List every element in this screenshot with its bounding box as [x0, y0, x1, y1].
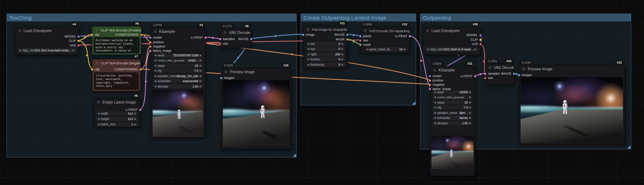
node-clip-text-encode-negative[interactable]: #7 CLIP Text Encode (Negative) clip COND…: [92, 59, 141, 91]
increment-arrow-icon[interactable]: ▶: [134, 117, 136, 121]
widget-width[interactable]: ◀width512▶: [96, 111, 138, 116]
link-dot[interactable]: [86, 54, 88, 56]
node-vae-decode-23[interactable]: 0.230s #23 VAE Decode samples vae IMAGE: [485, 64, 514, 85]
widget-control-after-generate[interactable]: ◀control_after_generaterando...▶: [153, 58, 203, 62]
increment-arrow-icon[interactable]: ▶: [200, 74, 201, 78]
increment-arrow-icon[interactable]: ▶: [342, 52, 343, 56]
output-port-image[interactable]: IMAGE: [334, 32, 346, 37]
port-dot[interactable]: [77, 44, 80, 47]
input-port-negative[interactable]: negative: [431, 82, 445, 87]
decrement-arrow-icon[interactable]: ◀: [434, 121, 436, 125]
decrement-arrow-icon[interactable]: ◀: [434, 90, 436, 94]
increment-arrow-icon[interactable]: ▶: [134, 111, 136, 116]
output-port-model[interactable]: MODEL: [466, 33, 479, 37]
collapse-dot[interactable]: [363, 29, 367, 32]
input-port-negative[interactable]: negative: [152, 44, 165, 49]
widget-denoise[interactable]: ◀denoise1.00▶: [432, 121, 473, 125]
collapse-dot[interactable]: [97, 100, 100, 104]
widget-scheduler[interactable]: ◀schedulerkarras▶: [432, 116, 473, 120]
port-dot[interactable]: [518, 74, 520, 76]
increment-arrow-icon[interactable]: ▶: [134, 122, 136, 126]
output-port-image[interactable]: IMAGE: [238, 37, 250, 41]
increment-arrow-icon[interactable]: ▶: [200, 64, 201, 68]
node-header[interactable]: Preview Image: [519, 65, 624, 72]
collapse-dot[interactable]: [95, 28, 98, 32]
widget-top[interactable]: ◀top0▶: [306, 47, 345, 51]
collapse-dot[interactable]: [18, 29, 21, 32]
link-dot[interactable]: [275, 35, 277, 37]
increment-arrow-icon[interactable]: ▶: [73, 48, 75, 52]
port-dot[interactable]: [219, 38, 221, 40]
widget-left[interactable]: ◀left0▶: [306, 42, 345, 46]
collapse-dot[interactable]: [153, 30, 157, 33]
input-port-samples[interactable]: samples: [486, 71, 500, 76]
increment-arrow-icon[interactable]: ▶: [469, 95, 471, 99]
input-port-image[interactable]: image: [305, 32, 315, 37]
decrement-arrow-icon[interactable]: ◀: [98, 122, 99, 126]
widget-seed[interactable]: ◀seed10006▶: [432, 90, 473, 94]
widget-grow-mask-by[interactable]: ◀grow_mask_by16▶: [365, 47, 408, 51]
input-port-model[interactable]: model: [431, 74, 441, 78]
widget-scheduler[interactable]: ◀schedulerexponential▶: [153, 79, 203, 83]
port-dot[interactable]: [513, 72, 515, 75]
collapse-dot[interactable]: [224, 70, 228, 74]
port-dot[interactable]: [429, 88, 431, 90]
decrement-arrow-icon[interactable]: ◀: [307, 52, 309, 56]
output-port-conditioning[interactable]: CONDITIONING: [115, 32, 140, 37]
increment-arrow-icon[interactable]: ▶: [200, 58, 201, 62]
decrement-arrow-icon[interactable]: ◀: [154, 58, 156, 62]
output-port-image[interactable]: IMAGE: [501, 71, 513, 76]
port-dot[interactable]: [77, 40, 80, 42]
input-port-images[interactable]: images: [223, 76, 234, 80]
widget-control-after-generate[interactable]: ◀control_after_generate.▶: [432, 95, 473, 99]
port-dot[interactable]: [149, 50, 152, 52]
input-port-positive[interactable]: positive: [152, 40, 164, 44]
widget-steps[interactable]: ◀steps20▶: [432, 100, 473, 105]
output-port-clip[interactable]: CLIP: [471, 38, 479, 42]
collapse-dot[interactable]: [223, 31, 227, 34]
decrement-arrow-icon[interactable]: ◀: [19, 48, 21, 52]
widget-ckpt-name[interactable]: ◀ ckpt_name SD1.5\v1-5-pruned-emao... ▶: [17, 48, 76, 53]
node-preview-image-15[interactable]: 0.020s #15 Preview Image images: [221, 68, 291, 149]
increment-arrow-icon[interactable]: ▶: [342, 47, 343, 51]
increment-arrow-icon[interactable]: ▶: [469, 100, 471, 105]
decrement-arrow-icon[interactable]: ◀: [154, 53, 156, 58]
decrement-arrow-icon[interactable]: ◀: [154, 84, 156, 89]
widget-height[interactable]: ◀height512▶: [96, 117, 138, 121]
widget-batch-size[interactable]: ◀batch_size1▶: [96, 122, 138, 126]
widget-seed[interactable]: ◀seed750300879873198▶: [153, 53, 203, 58]
increment-arrow-icon[interactable]: ▶: [200, 79, 201, 83]
port-dot[interactable]: [479, 39, 482, 41]
decrement-arrow-icon[interactable]: ◀: [427, 47, 429, 51]
input-port-samples[interactable]: samples: [221, 37, 235, 41]
widget-steps[interactable]: ◀steps20▶: [153, 64, 203, 68]
widget-right[interactable]: ◀right256▶: [306, 52, 345, 56]
link-dot[interactable]: [353, 34, 355, 36]
node-header[interactable]: VAE Decode: [220, 29, 251, 36]
port-dot[interactable]: [429, 79, 431, 82]
port-dot[interactable]: [409, 35, 411, 38]
link-dot[interactable]: [84, 36, 86, 39]
decrement-arrow-icon[interactable]: ◀: [307, 62, 309, 67]
increment-arrow-icon[interactable]: ▶: [200, 84, 201, 89]
link-cond7-ksampler3-negative[interactable]: [140, 46, 151, 69]
port-dot[interactable]: [346, 34, 349, 36]
decrement-arrow-icon[interactable]: ◀: [367, 47, 368, 51]
node-header[interactable]: Preview Image: [221, 68, 291, 75]
decrement-arrow-icon[interactable]: ◀: [98, 111, 99, 116]
increment-arrow-icon[interactable]: ▶: [342, 57, 343, 61]
link-dot[interactable]: [145, 80, 147, 82]
input-port-positive[interactable]: positive: [431, 78, 444, 82]
increment-arrow-icon[interactable]: ▶: [342, 62, 343, 67]
link-dot[interactable]: [479, 73, 481, 75]
link-dot[interactable]: [515, 73, 517, 75]
increment-arrow-icon[interactable]: ▶: [469, 111, 471, 115]
node-clip-text-encode-positive[interactable]: #6 CLIP Text Encode (Positive) clip COND…: [92, 26, 142, 55]
increment-arrow-icon[interactable]: ▶: [469, 116, 471, 120]
node-header[interactable]: Empty Latent Image: [94, 99, 140, 106]
port-dot[interactable]: [204, 36, 207, 39]
port-dot[interactable]: [77, 35, 80, 38]
port-dot[interactable]: [359, 39, 362, 42]
port-dot[interactable]: [139, 109, 142, 111]
node-empty-latent-image[interactable]: #5 Empty Latent Image LATENT ◀width512▶ …: [93, 98, 140, 128]
